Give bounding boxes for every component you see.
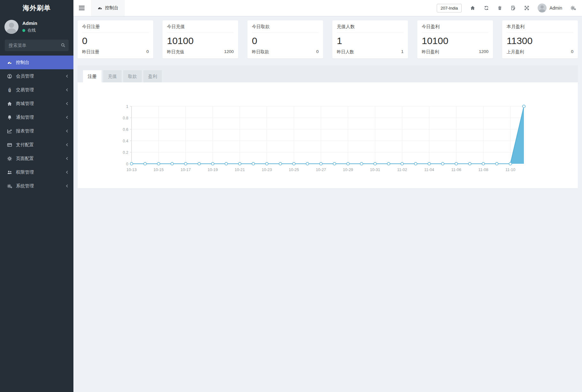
stat-sub-label: 昨日盈利 [422,49,439,55]
sidebar-item-1[interactable]: 控制台 [0,56,73,69]
sidebar: 海外刷单 Admin 在线 控制台会员管理B交易管理商城管理通知管理报表管理支付… [0,0,73,392]
users-icon [7,170,12,175]
svg-text:10-19: 10-19 [208,168,218,172]
expand-icon[interactable] [524,5,529,11]
stat-value: 10100 [422,35,488,46]
stat-title: 充值人数 [337,24,404,33]
chevron-left-icon [66,87,68,93]
chart-tab-4[interactable]: 盈利 [143,70,162,82]
sidebar-item-8[interactable]: 页面配置 [0,152,73,165]
tab-console-label: 控制台 [105,5,118,11]
stat-title: 今日注册 [82,24,149,33]
chart-panel: 注册充值取款盈利 00.20.40.60.8110-1310-1510-1710… [78,65,578,188]
svg-text:10-17: 10-17 [181,168,191,172]
topbar: 控制台 207-India Admin [73,0,582,16]
stat-sub-label: 昨日充值 [167,49,184,55]
file-edit-icon[interactable] [510,5,516,11]
sidebar-item-label: 通知管理 [16,115,34,120]
user-status: 在线 [27,27,36,33]
bell-icon [7,115,12,120]
chart-line-icon [7,129,12,134]
svg-text:0.4: 0.4 [123,139,128,143]
chevron-left-icon [66,101,68,106]
cogs-icon [7,184,12,189]
stat-card-4: 充值人数1昨日人数1 [332,20,408,58]
chevron-left-icon [66,170,68,175]
tab-console[interactable]: 控制台 [91,0,125,16]
sidebar-item-7[interactable]: 支付配置 [0,138,73,152]
stat-value: 10100 [167,35,234,46]
chevron-left-icon [66,142,68,147]
sidebar-item-label: 页面配置 [16,156,34,162]
sidebar-item-10[interactable]: 系统管理 [0,179,73,193]
sidebar-item-5[interactable]: 通知管理 [0,110,73,124]
sidebar-item-6[interactable]: 报表管理 [0,124,73,138]
sidebar-item-label: 控制台 [16,60,29,65]
online-dot-icon [22,29,25,32]
svg-text:10-27: 10-27 [316,168,326,172]
sidebar-item-2[interactable]: 会员管理 [0,69,73,83]
chevron-left-icon [66,115,68,120]
sidebar-item-label: 系统管理 [16,183,34,189]
stat-sub-value: 1200 [224,49,234,55]
chevron-left-icon [66,156,68,161]
chart-tabs: 注册充值取款盈利 [78,65,578,82]
stat-card-1: 今日注册0昨日注册0 [78,20,153,58]
svg-text:11-02: 11-02 [397,168,407,172]
stat-value: 0 [252,35,319,46]
home-icon[interactable] [470,5,475,11]
stat-card-2: 今日充值10100昨日充值1200 [163,20,238,58]
sidebar-item-label: 报表管理 [16,128,34,134]
avatar[interactable] [538,4,547,12]
svg-text:10-25: 10-25 [289,168,299,172]
stat-cards: 今日注册0昨日注册0今日充值10100昨日充值1200今日取款0昨日取款0充值人… [78,20,578,58]
home-icon [7,101,12,106]
svg-text:10-13: 10-13 [126,168,137,172]
chart-tab-1[interactable]: 注册 [83,70,102,82]
stat-sub-label: 昨日人数 [337,49,354,55]
search-input[interactable] [5,40,69,51]
svg-text:10-31: 10-31 [370,168,380,172]
chart-tab-3[interactable]: 取款 [123,70,142,82]
stat-sub-value: 1200 [479,49,488,55]
stat-title: 今日取款 [252,24,319,33]
site-select-button[interactable]: 207-India [437,4,462,12]
svg-text:10-23: 10-23 [262,168,272,172]
sidebar-item-label: 会员管理 [16,73,34,79]
user-name: Admin [22,20,37,26]
stat-value: 11300 [507,35,573,46]
stat-card-3: 今日取款0昨日取款0 [247,20,323,58]
menu-toggle-icon[interactable] [73,0,91,16]
chevron-left-icon [66,129,68,134]
svg-text:10-15: 10-15 [154,168,164,172]
credit-card-icon [7,142,12,147]
svg-text:0: 0 [126,162,128,166]
gauge-icon [97,5,102,11]
stat-sub-value: 0 [571,49,573,55]
sidebar-item-label: 交易管理 [16,87,34,93]
stat-title: 今日充值 [167,24,234,33]
app-logo: 海外刷单 [0,0,73,16]
sidebar-item-4[interactable]: 商城管理 [0,97,73,110]
svg-text:0.8: 0.8 [123,116,128,120]
svg-text:11-04: 11-04 [424,168,434,172]
sidebar-item-9[interactable]: 权限管理 [0,165,73,179]
svg-text:11-10: 11-10 [505,168,515,172]
search-icon [61,43,65,48]
line-chart: 00.20.40.60.8110-1310-1510-1710-1910-211… [78,82,578,184]
topbar-user-label[interactable]: Admin [549,5,562,11]
chart-tab-2[interactable]: 充值 [103,70,122,82]
gauge-icon [7,60,12,65]
user-profile: Admin 在线 [0,16,73,37]
sidebar-item-3[interactable]: B交易管理 [0,83,73,97]
sidebar-menu: 控制台会员管理B交易管理商城管理通知管理报表管理支付配置页面配置权限管理系统管理 [0,56,73,193]
refresh-icon[interactable] [484,5,489,11]
stat-sub-value: 0 [146,49,149,55]
svg-text:11-06: 11-06 [451,168,461,172]
stat-card-5: 今日盈利10100昨日盈利1200 [417,20,493,58]
svg-text:10-21: 10-21 [235,168,245,172]
sidebar-item-label: 商城管理 [16,101,34,107]
cogs-icon[interactable] [571,5,576,11]
trash-icon[interactable] [497,5,502,11]
bitcoin-icon: B [7,87,12,93]
